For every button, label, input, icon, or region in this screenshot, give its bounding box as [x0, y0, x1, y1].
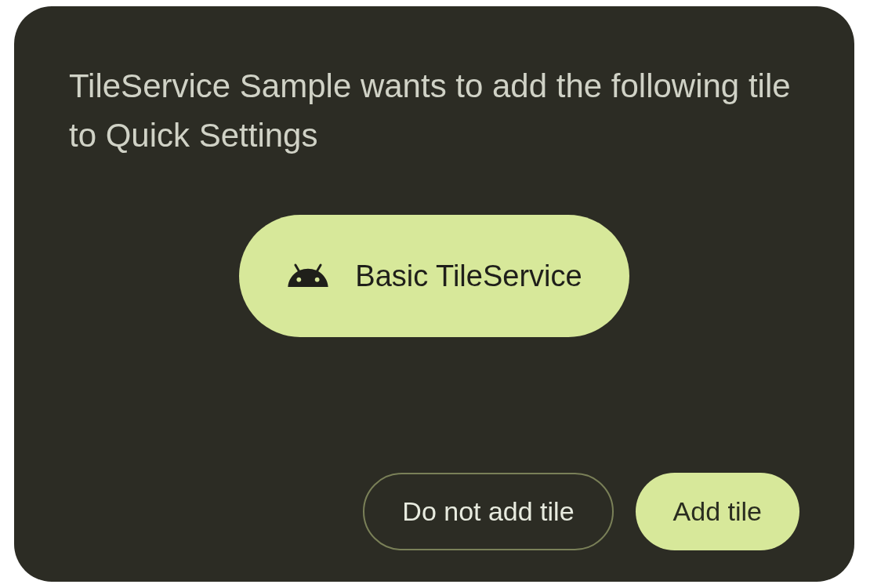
add-tile-dialog: TileService Sample wants to add the foll…: [14, 6, 854, 582]
dialog-button-row: Do not add tile Add tile: [363, 473, 799, 550]
tile-preview-container: Basic TileService: [69, 215, 799, 337]
confirm-button[interactable]: Add tile: [636, 473, 799, 550]
tile-preview[interactable]: Basic TileService: [239, 215, 629, 337]
dialog-title: TileService Sample wants to add the foll…: [69, 61, 799, 160]
deny-button[interactable]: Do not add tile: [363, 473, 613, 550]
android-icon: [286, 254, 330, 298]
tile-label: Basic TileService: [355, 260, 582, 293]
